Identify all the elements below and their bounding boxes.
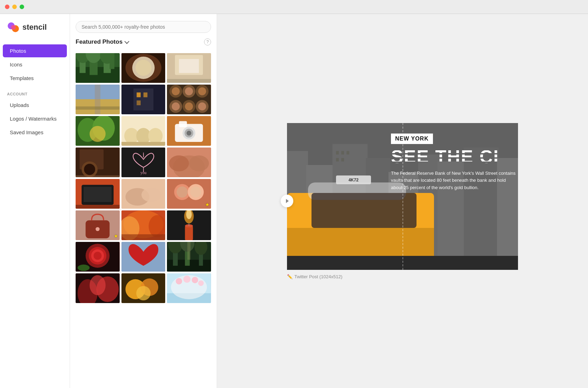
svg-rect-19 — [167, 79, 211, 83]
svg-rect-22 — [95, 85, 100, 114]
photo-thumb-muffins[interactable] — [167, 85, 211, 114]
svg-text:4K72: 4K72 — [349, 178, 359, 182]
svg-rect-50 — [121, 142, 166, 146]
canvas-area: 4K72 NEW YORK SEE THE CI The — [217, 14, 588, 388]
photo-thumb-hands[interactable] — [167, 148, 211, 177]
svg-point-124 — [176, 278, 182, 284]
photo-row — [76, 53, 211, 83]
svg-rect-53 — [179, 121, 187, 127]
minimize-button[interactable] — [12, 5, 17, 9]
arrow-right-icon — [286, 199, 289, 203]
photo-thumb-exotic[interactable] — [76, 273, 120, 303]
sidebar-item-templates[interactable]: Templates — [3, 72, 67, 85]
canvas-background: 4K72 NEW YORK SEE THE CI The — [287, 123, 518, 270]
photo-thumb-baby-hands[interactable] — [121, 179, 166, 209]
photo-thumb-night[interactable] — [121, 85, 166, 114]
svg-point-125 — [183, 276, 191, 283]
photo-thumb-candle[interactable] — [167, 210, 211, 240]
svg-point-45 — [90, 126, 106, 142]
sidebar-item-logos[interactable]: Logos / Watermarks — [3, 112, 67, 125]
svg-point-77 — [141, 188, 161, 202]
canvas-image[interactable]: 4K72 NEW YORK SEE THE CI The — [287, 123, 518, 270]
photo-thumb-heart-art[interactable]: I you — [121, 148, 166, 177]
sidebar-item-uploads[interactable]: Uploads — [3, 99, 67, 112]
photo-thumb-kids[interactable]: ★ — [167, 179, 211, 209]
photo-thumb-laptop[interactable] — [76, 179, 120, 209]
sidebar-item-icons[interactable]: Icons — [3, 58, 67, 71]
ny-badge: NEW YORK — [391, 134, 433, 144]
close-button[interactable] — [5, 5, 9, 9]
svg-point-69 — [169, 156, 189, 172]
svg-point-120 — [136, 286, 150, 300]
photo-thumb-cherry[interactable] — [167, 273, 211, 303]
canvas-text-overlay: NEW YORK SEE THE CI The Federal Reserve … — [391, 134, 518, 192]
svg-point-40 — [185, 102, 193, 110]
photo-thumb-heart-red[interactable] — [121, 242, 166, 272]
svg-point-102 — [78, 265, 90, 271]
canvas-headline: SEE THE CI — [391, 148, 518, 166]
photo-thumb-bag[interactable]: ★ — [76, 210, 120, 240]
svg-rect-23 — [76, 106, 120, 109]
svg-point-81 — [177, 186, 188, 197]
svg-point-41 — [198, 102, 206, 110]
photo-row — [76, 116, 211, 146]
app-container: stencil Photos Icons Templates ACCOUNT U… — [0, 14, 588, 388]
photo-thumb-road[interactable] — [76, 85, 120, 114]
photo-thumb-flowers[interactable] — [121, 273, 166, 303]
account-section-label: ACCOUNT — [0, 85, 70, 98]
canvas-wrapper: 4K72 NEW YORK SEE THE CI The — [287, 123, 518, 279]
svg-point-2 — [11, 25, 16, 30]
star-badge: ★ — [205, 202, 210, 207]
svg-point-38 — [198, 87, 206, 95]
photo-thumb-plants[interactable] — [76, 116, 120, 146]
svg-point-70 — [189, 156, 209, 172]
photo-grid: I you — [70, 53, 217, 388]
svg-point-85 — [96, 227, 99, 231]
svg-rect-26 — [136, 93, 140, 98]
photo-row: ★ — [76, 210, 211, 240]
search-input[interactable] — [76, 21, 211, 33]
canvas-description: The Federal Reserve Bank of New York's W… — [391, 170, 518, 192]
photo-row: ★ — [76, 179, 211, 209]
photo-thumb-dough[interactable] — [121, 116, 166, 146]
photo-thumb-kitchen[interactable] — [167, 53, 211, 83]
svg-point-101 — [93, 252, 102, 260]
svg-rect-73 — [84, 187, 112, 202]
svg-point-15 — [135, 60, 152, 76]
svg-point-116 — [90, 275, 106, 295]
sidebar: stencil Photos Icons Templates ACCOUNT U… — [0, 14, 70, 388]
photo-thumb-forest2[interactable] — [167, 242, 211, 272]
title-bar — [0, 0, 588, 14]
panel-toggle-button[interactable] — [281, 195, 293, 207]
svg-point-36 — [172, 87, 180, 95]
svg-rect-27 — [144, 93, 147, 98]
svg-point-56 — [187, 131, 191, 136]
sidebar-item-saved[interactable]: Saved Images — [3, 126, 67, 139]
photo-row — [76, 242, 211, 272]
logo-text: stencil — [22, 23, 47, 32]
svg-rect-92 — [185, 226, 193, 240]
svg-rect-90 — [121, 234, 166, 240]
photo-panel: Featured Photos ? — [70, 14, 217, 388]
svg-point-60 — [84, 164, 95, 175]
photo-row: I you — [76, 148, 211, 177]
photo-thumb-baking[interactable] — [121, 53, 166, 83]
photo-row — [76, 85, 211, 114]
svg-point-37 — [185, 87, 193, 95]
sidebar-item-photos[interactable]: Photos — [3, 44, 67, 57]
svg-point-82 — [190, 186, 202, 197]
star-badge: ★ — [114, 233, 118, 239]
help-icon[interactable]: ? — [204, 38, 211, 45]
logo-area: stencil — [0, 21, 70, 44]
photo-thumb-camera[interactable] — [167, 116, 211, 146]
photo-thumb-coffee[interactable] — [76, 148, 120, 177]
svg-point-89 — [148, 215, 165, 237]
maximize-button[interactable] — [20, 5, 24, 9]
featured-title[interactable]: Featured Photos — [76, 38, 128, 45]
photo-thumb-rose[interactable] — [76, 242, 120, 272]
photo-thumb-forest[interactable] — [76, 53, 120, 83]
svg-rect-148 — [312, 193, 416, 228]
svg-point-126 — [192, 277, 198, 283]
svg-rect-25 — [133, 88, 153, 110]
photo-thumb-autumn[interactable] — [121, 210, 166, 240]
